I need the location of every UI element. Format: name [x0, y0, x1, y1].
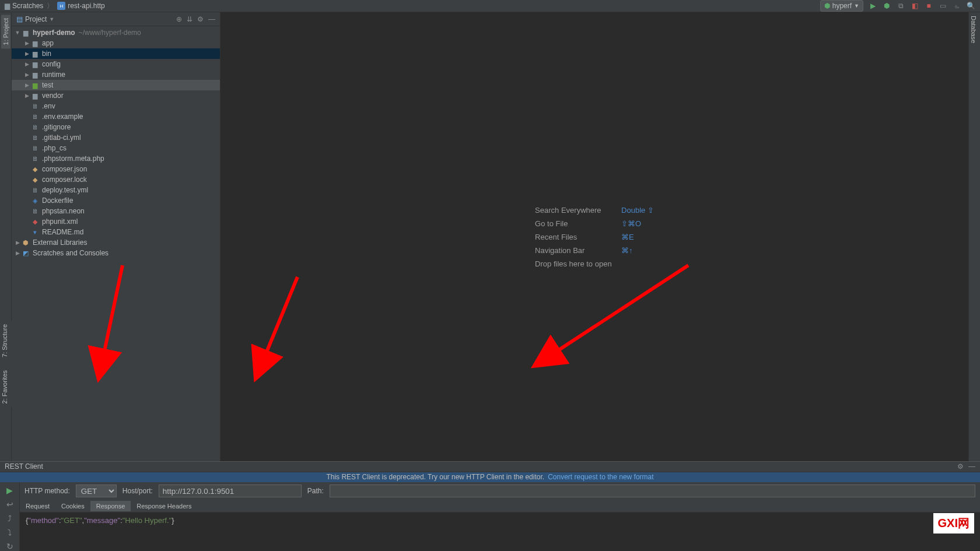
project-tree[interactable]: ▼ ▆ hyperf-demo ~/www/hyperf-demo ▶▆app … [12, 26, 220, 461]
chevron-down-icon[interactable]: ▼ [49, 16, 54, 22]
host-port-input[interactable] [159, 485, 302, 497]
watermark: GXI网 [933, 513, 974, 534]
main-area: 1: Project ▤ Project ▼ ⊕ ⇊ ⚙ — ▼ ▆ hyper… [0, 12, 980, 461]
right-tab-database[interactable]: Database [969, 12, 978, 47]
editor-placeholder[interactable]: Search EverywhereDouble ⇧ Go to File⇧⌘O … [220, 12, 968, 461]
tree-external-libraries[interactable]: ▶⬢External Libraries [12, 237, 220, 248]
run-icon[interactable]: ▶ [868, 1, 877, 10]
project-view-icon: ▤ [16, 15, 23, 23]
host-port-label: Host/port: [123, 487, 153, 495]
locate-icon[interactable]: ⊕ [176, 15, 182, 23]
rest-titlebar: REST Client ⚙ — [0, 462, 980, 472]
left-tab-project[interactable]: 1: Project [1, 15, 10, 48]
run-request-icon[interactable]: ▶ [4, 485, 16, 496]
breadcrumb-separator: 〉 [47, 1, 54, 11]
git-icon[interactable]: ⎁ [952, 1, 961, 10]
rest-client-title: REST Client [5, 462, 43, 471]
convert-request-link[interactable]: Convert request to the new format [548, 473, 653, 481]
top-breadcrumb-bar: ▆ Scratches 〉 H rest-api.http ⬢ hyperf ▼… [0, 0, 980, 12]
breadcrumb-file-label: rest-api.http [68, 2, 104, 10]
project-header: ▤ Project ▼ ⊕ ⇊ ⚙ — [12, 12, 220, 26]
tree-folder-runtime[interactable]: ▶▆runtime [12, 69, 220, 80]
deprecated-banner: This REST Client is deprecated. Try our … [0, 472, 980, 482]
gear-icon[interactable]: ⚙ [957, 462, 964, 471]
path-input[interactable] [330, 485, 975, 497]
tree-file-dockerfile[interactable]: ◈Dockerfile [12, 195, 220, 206]
right-tool-gutter: Database [968, 12, 980, 461]
tree-file-env[interactable]: 🗎.env [12, 101, 220, 111]
breadcrumb-folder[interactable]: ▆ Scratches [5, 2, 43, 10]
breadcrumb[interactable]: ▆ Scratches 〉 H rest-api.http [5, 1, 105, 11]
hide-icon[interactable]: — [208, 15, 215, 23]
gear-icon[interactable]: ⚙ [197, 15, 204, 23]
rest-tool-column: ▶ ↩ ⤴ ⤵ ↻ 💾 ⬚ ✕ 📋 [0, 482, 20, 551]
tree-file-deploytest[interactable]: 🗎deploy.test.yml [12, 185, 220, 195]
tree-root[interactable]: ▼ ▆ hyperf-demo ~/www/hyperf-demo [12, 27, 220, 38]
profile-icon[interactable]: ◧ [910, 1, 919, 10]
tree-file-phpcs[interactable]: 🗎.php_cs [12, 143, 220, 153]
shortcuts-hint: Search EverywhereDouble ⇧ Go to File⇧⌘O … [535, 201, 654, 273]
coverage-icon[interactable]: ⧉ [896, 1, 905, 10]
run-config-selector[interactable]: ⬢ hyperf ▼ [820, 0, 863, 12]
http-method-label: HTTP method: [24, 487, 70, 495]
rest-client-panel: REST Client ⚙ — This REST Client is depr… [0, 461, 980, 551]
tree-root-path: ~/www/hyperf-demo [79, 29, 141, 37]
stop-icon[interactable]: ■ [924, 1, 933, 10]
path-label: Path: [307, 487, 324, 495]
project-title-label[interactable]: Project [25, 15, 47, 23]
tree-file-phpstanneon[interactable]: 🗎phpstan.neon [12, 206, 220, 216]
tree-file-readme[interactable]: ▾README.md [12, 227, 220, 237]
deprecated-message: This REST Client is deprecated. Try our … [326, 473, 544, 481]
tree-file-phpunitxml[interactable]: ◆phpunit.xml [12, 216, 220, 227]
tree-folder-app[interactable]: ▶▆app [12, 38, 220, 48]
tree-file-composerlock[interactable]: ◆composer.lock [12, 174, 220, 185]
tab-request[interactable]: Request [20, 501, 55, 511]
replay-icon[interactable]: ↻ [4, 541, 16, 551]
request-config-row: HTTP method: GET Host/port: Path: [20, 482, 980, 500]
tree-file-composerjson[interactable]: ◆composer.json [12, 164, 220, 174]
project-tool-window: ▤ Project ▼ ⊕ ⇊ ⚙ — ▼ ▆ hyperf-demo ~/ww… [12, 12, 220, 461]
tab-response-headers[interactable]: Response Headers [131, 501, 197, 511]
tree-scratches[interactable]: ▶◩Scratches and Consoles [12, 248, 220, 258]
chevron-down-icon: ▼ [854, 3, 859, 9]
history-icon[interactable]: ↩ [4, 499, 16, 510]
left-gutter-bottom: 7: Structure 2: Favorites [0, 321, 12, 407]
http-method-select[interactable]: GET [76, 485, 117, 497]
import-icon[interactable]: ⤵ [4, 527, 16, 538]
tab-response[interactable]: Response [90, 501, 131, 511]
debug-icon[interactable]: ⬢ [882, 1, 891, 10]
folder-icon: ▆ [5, 2, 10, 10]
tree-file-gitlabci[interactable]: 🗎.gitlab-ci.yml [12, 132, 220, 143]
left-tab-structure[interactable]: 7: Structure [0, 321, 9, 361]
hide-icon[interactable]: — [968, 462, 975, 471]
rest-tabs: Request Cookies Response Response Header… [20, 500, 980, 513]
tab-cookies[interactable]: Cookies [55, 501, 90, 511]
response-body[interactable]: {"method":"GET","message":"Hello Hyperf.… [20, 513, 980, 551]
tree-folder-config[interactable]: ▶▆config [12, 59, 220, 69]
tree-file-gitignore[interactable]: 🗎.gitignore [12, 122, 220, 132]
tree-folder-test[interactable]: ▶▆test [12, 80, 220, 90]
collapse-icon[interactable]: ⇊ [187, 15, 192, 23]
tree-file-envexample[interactable]: 🗎.env.example [12, 111, 220, 122]
left-tab-favorites[interactable]: 2: Favorites [0, 367, 9, 407]
breadcrumb-folder-label: Scratches [12, 2, 43, 10]
run-config-label: hyperf [832, 2, 852, 10]
breadcrumb-file[interactable]: H rest-api.http [57, 2, 104, 10]
tree-file-phpstormmeta[interactable]: 🗎.phpstorm.meta.php [12, 153, 220, 164]
tree-folder-bin[interactable]: ▶▆bin [12, 48, 220, 59]
tree-root-label: hyperf-demo [33, 29, 75, 37]
layout-icon[interactable]: ▭ [938, 1, 947, 10]
search-everywhere-icon[interactable]: 🔍 [966, 1, 975, 10]
bug-icon: ⬢ [824, 2, 830, 10]
export-icon[interactable]: ⤴ [4, 513, 16, 524]
topbar-right: ⬢ hyperf ▼ ▶ ⬢ ⧉ ◧ ■ ▭ ⎁ 🔍 [820, 0, 975, 12]
tree-folder-vendor[interactable]: ▶▆vendor [12, 90, 220, 101]
http-file-icon: H [57, 2, 65, 10]
